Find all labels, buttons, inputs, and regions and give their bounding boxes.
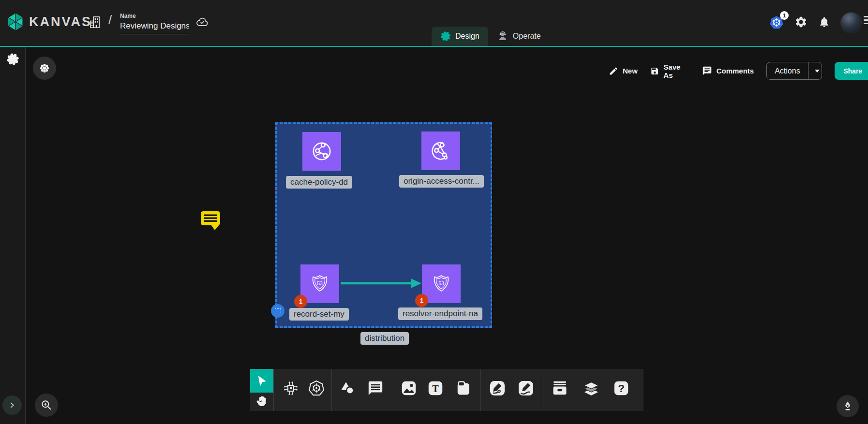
edge-record-set-to-resolver[interactable] bbox=[340, 277, 422, 290]
save-as-button[interactable]: Save As bbox=[650, 63, 689, 79]
comment-icon bbox=[702, 66, 712, 76]
design-action-bar: New Save As Comments Actions bbox=[609, 62, 868, 80]
layers-tool[interactable] bbox=[582, 379, 600, 397]
route53-shield-icon: 53 bbox=[430, 273, 452, 294]
dashed-rect-icon bbox=[275, 308, 281, 313]
node-label-resolver-endpoint[interactable]: resolver-endpoint-na bbox=[398, 307, 482, 320]
node-badge-resolver-endpoint[interactable]: 1 bbox=[415, 294, 428, 307]
actions-button[interactable]: Actions bbox=[767, 62, 808, 79]
node-label-cache-policy[interactable]: cache-policy-dd bbox=[286, 176, 352, 189]
tab-design-label: Design bbox=[455, 32, 479, 41]
settings-button[interactable] bbox=[794, 15, 808, 30]
hand-icon bbox=[255, 395, 268, 407]
mode-tabs: Design Operate bbox=[432, 27, 550, 46]
share-split-button: Share bbox=[835, 62, 868, 80]
brand-name: KANVAS bbox=[29, 15, 92, 29]
breadcrumb-separator: / bbox=[108, 13, 112, 28]
sidebar-expand-button[interactable] bbox=[2, 395, 22, 415]
tab-operate[interactable]: Operate bbox=[488, 27, 550, 46]
new-label: New bbox=[623, 67, 638, 75]
whiteboarding-pen-button[interactable] bbox=[837, 395, 859, 417]
clipboard-icon bbox=[454, 380, 472, 397]
note-tool[interactable] bbox=[454, 379, 472, 397]
route53-number: 53 bbox=[317, 280, 323, 286]
image-icon bbox=[400, 380, 418, 397]
kubernetes-context-count-badge: 1 bbox=[780, 11, 789, 20]
design-name-input[interactable] bbox=[120, 20, 189, 34]
canvas-settings-button[interactable] bbox=[33, 57, 56, 80]
actions-dropdown-button[interactable] bbox=[808, 62, 823, 79]
pen-path-icon bbox=[488, 379, 507, 397]
chevron-right-icon bbox=[9, 402, 15, 409]
node-badge-record-set[interactable]: 1 bbox=[294, 295, 307, 308]
cursor-arrow-icon bbox=[255, 375, 268, 387]
meshery-swirl-icon bbox=[440, 31, 451, 42]
user-avatar[interactable] bbox=[841, 13, 861, 33]
comments-button[interactable]: Comments bbox=[702, 66, 754, 76]
kanvas-app: KANVAS / Name bbox=[0, 0, 868, 424]
save-status-cloud-icon bbox=[195, 16, 210, 31]
shapes-tool[interactable] bbox=[338, 379, 357, 397]
circuit-chip-icon bbox=[282, 380, 299, 397]
pen-nib-icon bbox=[842, 400, 853, 412]
text-icon: T bbox=[427, 380, 444, 397]
group-label-distribution[interactable]: distribution bbox=[360, 332, 409, 345]
header: KANVAS / Name bbox=[0, 0, 868, 47]
cloudfront-globe-icon bbox=[310, 140, 333, 163]
save-as-label: Save As bbox=[663, 63, 689, 79]
pan-hand-tool[interactable] bbox=[254, 394, 269, 408]
group-selection-handle[interactable] bbox=[271, 304, 284, 318]
comment-pin-icon bbox=[200, 209, 221, 231]
share-button[interactable]: Share bbox=[835, 62, 868, 80]
new-button[interactable]: New bbox=[609, 66, 638, 76]
organization-icon[interactable] bbox=[88, 15, 103, 32]
node-label-record-set[interactable]: record-set-my bbox=[289, 308, 349, 321]
header-right-actions: 1 bbox=[769, 13, 861, 33]
components-tool[interactable] bbox=[282, 379, 300, 397]
selected-group-distribution[interactable]: cache-policy-dd origin-access-contr... 5… bbox=[275, 122, 492, 328]
kubernetes-contexts-button[interactable]: 1 bbox=[769, 15, 784, 30]
node-label-origin-access-control[interactable]: origin-access-contr... bbox=[399, 175, 484, 188]
node-resolver-endpoint[interactable]: 53 bbox=[422, 264, 461, 303]
comment-tool[interactable] bbox=[366, 379, 385, 397]
node-cache-policy[interactable] bbox=[302, 132, 341, 171]
text-tool-glyph: T bbox=[432, 383, 439, 394]
layers-icon bbox=[582, 379, 600, 397]
route53-shield-icon: 53 bbox=[309, 273, 331, 294]
caret-down-icon bbox=[814, 69, 820, 73]
notifications-bell-button[interactable] bbox=[818, 16, 830, 30]
node-record-set[interactable]: 53 bbox=[300, 264, 339, 303]
canvas-comment-marker[interactable] bbox=[200, 209, 221, 233]
question-mark-icon: ? bbox=[613, 380, 630, 397]
designs-drawer-tool[interactable] bbox=[551, 379, 569, 397]
media-tool[interactable] bbox=[400, 379, 418, 397]
shapes-icon bbox=[339, 380, 356, 397]
help-tool[interactable]: ? bbox=[612, 379, 630, 397]
route53-number: 53 bbox=[438, 280, 444, 286]
help-glyph: ? bbox=[618, 382, 625, 395]
brand-logo[interactable]: KANVAS bbox=[7, 13, 92, 31]
design-name-block: Name bbox=[120, 13, 189, 34]
left-sidebar bbox=[0, 47, 26, 424]
bottom-toolbar: T bbox=[250, 369, 644, 411]
actions-split-button: Actions bbox=[766, 62, 822, 80]
select-tool-active[interactable] bbox=[250, 369, 273, 393]
pencil-icon bbox=[609, 66, 618, 76]
design-name-label: Name bbox=[120, 13, 189, 19]
meshery-logo-white-icon[interactable] bbox=[6, 53, 19, 68]
zoom-in-button[interactable] bbox=[35, 394, 58, 417]
magnifier-plus-icon bbox=[40, 399, 53, 411]
node-origin-access-control[interactable] bbox=[421, 132, 460, 170]
comments-label: Comments bbox=[717, 67, 754, 75]
flower-gear-icon bbox=[39, 62, 50, 74]
text-tool[interactable]: T bbox=[426, 379, 445, 397]
drawer-archive-icon bbox=[551, 379, 569, 397]
menu-hamburger-icon[interactable] bbox=[864, 16, 868, 26]
kanvas-hexagon-icon bbox=[7, 13, 24, 31]
kubernetes-tool[interactable] bbox=[307, 379, 326, 397]
pen-path-tool[interactable] bbox=[488, 379, 507, 397]
comment-icon bbox=[367, 380, 384, 396]
tab-operate-label: Operate bbox=[513, 32, 541, 41]
tab-design[interactable]: Design bbox=[432, 27, 488, 46]
pencil-sketch-tool[interactable] bbox=[517, 379, 535, 397]
